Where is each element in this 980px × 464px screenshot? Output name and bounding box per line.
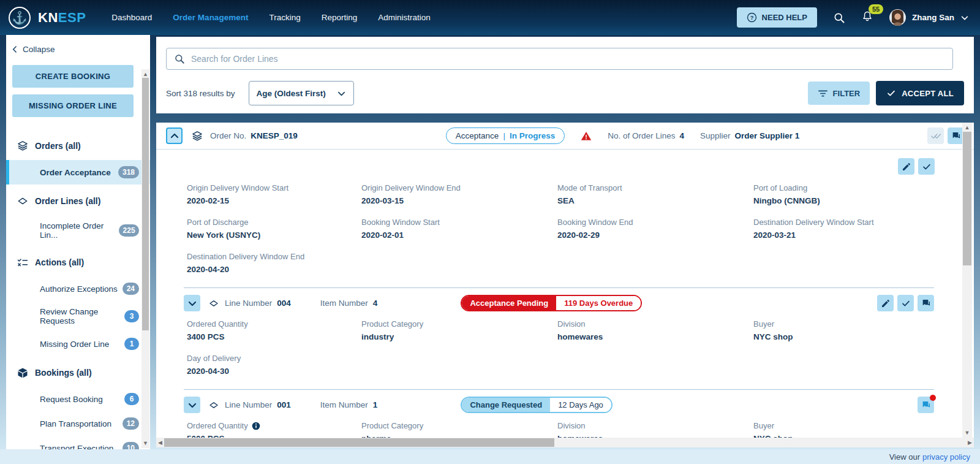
- sidebar-section-orders[interactable]: Orders (all): [6, 132, 150, 160]
- line-comments-unread-button[interactable]: [918, 397, 934, 413]
- status-state: In Progress: [510, 131, 555, 140]
- main-scrollbar-thumb[interactable]: [963, 132, 971, 265]
- create-booking-button[interactable]: CREATE BOOKING: [12, 65, 134, 88]
- line-status-label: Acceptance Pending: [462, 296, 556, 310]
- expand-line-button[interactable]: [184, 295, 200, 311]
- notifications-button[interactable]: 55: [861, 10, 873, 25]
- filter-label: FILTER: [833, 89, 861, 98]
- main-vertical-scrollbar[interactable]: ▲ ▼: [962, 123, 972, 438]
- chevron-down-icon: [187, 299, 197, 308]
- line-comments-button[interactable]: [918, 295, 934, 311]
- order-comments-button[interactable]: [948, 127, 964, 144]
- scroll-up-arrow[interactable]: ▲: [962, 124, 972, 131]
- sidebar-item-incomplete-order-lines[interactable]: Incomplete Order Lin... 225: [6, 215, 150, 246]
- line-status-detail: 119 Days Overdue: [556, 296, 641, 310]
- sidebar-section-bookings[interactable]: Bookings (all): [6, 359, 150, 387]
- accept-all-button[interactable]: ACCEPT ALL: [876, 81, 964, 105]
- line-status-label: Change Requested: [462, 398, 550, 412]
- scroll-down-arrow[interactable]: ▼: [962, 429, 972, 436]
- sidebar-item-request-booking[interactable]: Request Booking 6: [6, 387, 150, 411]
- order-lines-search[interactable]: [166, 48, 953, 70]
- main-horizontal-scrollbar[interactable]: ◀ ▶: [156, 438, 974, 447]
- order-detail-actions: [156, 150, 974, 175]
- search-input[interactable]: [191, 54, 945, 64]
- edit-order-button[interactable]: [898, 158, 914, 175]
- comment-icon: [921, 299, 931, 308]
- item-number-value: 4: [373, 299, 378, 308]
- count-badge: 12: [123, 417, 139, 430]
- supplier-label: Supplier: [700, 131, 731, 140]
- scroll-right-arrow[interactable]: ▶: [968, 438, 972, 447]
- order-card: Order No. KNESP_019 Acceptance | In Prog…: [156, 123, 974, 438]
- privacy-policy-link[interactable]: privacy policy: [922, 452, 970, 462]
- brand-kn: KN: [38, 10, 58, 25]
- scroll-down-arrow[interactable]: ▼: [141, 439, 149, 447]
- sidebar-item-order-acceptance[interactable]: Order Acceptance 318: [6, 160, 150, 184]
- field-destination-delivery-window-end: Destination Delivery Window End 2020-04-…: [187, 252, 361, 274]
- sidebar-section-actions[interactable]: Actions (all): [6, 248, 150, 276]
- privacy-prefix: View our: [889, 452, 920, 462]
- nav-reporting[interactable]: Reporting: [322, 13, 358, 22]
- double-check-icon: [931, 131, 941, 141]
- nav-administration[interactable]: Administration: [378, 13, 431, 22]
- sidebar-item-authorize-exceptions[interactable]: Authorize Exceptions 24: [6, 276, 150, 301]
- field-buyer: Buyer NYC shop: [753, 319, 934, 341]
- chevron-up-icon: [170, 131, 179, 141]
- horizontal-scrollbar-thumb[interactable]: [164, 438, 554, 447]
- accept-all-lines-button[interactable]: [927, 127, 944, 144]
- sidebar-section-order-lines[interactable]: Order Lines (all): [6, 187, 150, 215]
- check-icon: [886, 88, 896, 98]
- order-header-actions: [927, 127, 964, 144]
- count-badge: 225: [119, 224, 139, 237]
- brand-logo[interactable]: ⚓ KNESP: [9, 7, 86, 29]
- chevron-left-icon: [11, 45, 19, 53]
- field-origin-delivery-window-start: Origin Delivery Window Start 2020-02-15: [187, 183, 361, 205]
- field-product-category: Product Category industry: [361, 319, 557, 341]
- chevron-down-icon: [337, 89, 346, 98]
- edit-line-button[interactable]: [877, 295, 894, 311]
- avatar: [889, 9, 906, 26]
- expand-line-button[interactable]: [184, 397, 200, 413]
- collapse-order-button[interactable]: [166, 127, 183, 144]
- search-icon: [833, 12, 845, 24]
- field-ordered-quantity: Ordered Quantity 5000 PCS: [187, 421, 361, 438]
- warning-icon: [581, 131, 592, 142]
- user-menu[interactable]: Zhang San: [889, 9, 969, 26]
- sidebar-item-review-change-requests[interactable]: Review Change Requests 3: [6, 301, 150, 332]
- sort-label: Sort 318 results by: [166, 89, 235, 98]
- info-icon[interactable]: [252, 422, 260, 430]
- sidebar-item-plan-transportation[interactable]: Plan Transportation 12: [6, 411, 150, 436]
- accept-order-button[interactable]: [918, 158, 935, 175]
- comment-icon: [951, 131, 961, 141]
- count-badge: 6: [124, 393, 139, 405]
- need-help-button[interactable]: ? NEED HELP: [737, 7, 817, 28]
- scroll-up-arrow[interactable]: ▲: [141, 70, 149, 78]
- order-no-value[interactable]: KNESP_019: [251, 131, 298, 140]
- nav-dashboard[interactable]: Dashboard: [111, 13, 152, 22]
- accept-line-button[interactable]: [897, 295, 914, 311]
- field-booking-window-end: Booking Window End 2020-02-29: [557, 218, 753, 240]
- footer: View our privacy policy: [0, 449, 980, 464]
- check-icon: [922, 162, 932, 172]
- section-label: Order Lines (all): [35, 196, 100, 206]
- count-badge: 318: [118, 166, 139, 178]
- sort-dropdown[interactable]: Age (Oldest First): [249, 81, 354, 105]
- item-number-label: Item Number: [320, 400, 368, 409]
- global-search-button[interactable]: [833, 12, 845, 24]
- nav-order-management[interactable]: Order Management: [173, 13, 248, 22]
- filter-button[interactable]: FILTER: [808, 82, 870, 105]
- field-buyer: Buyer NYC shop: [753, 421, 934, 438]
- scroll-left-arrow[interactable]: ◀: [158, 438, 162, 447]
- sidebar-scrollbar[interactable]: ▲ ▼: [141, 69, 149, 448]
- missing-order-line-button[interactable]: MISSING ORDER LINE: [12, 94, 134, 117]
- sidebar-scrollbar-thumb[interactable]: [142, 78, 149, 330]
- item-number-label: Item Number: [320, 299, 368, 308]
- item-label: Request Booking: [40, 395, 103, 404]
- order-line-004: Line Number 004 Item Number 4 Acceptance…: [184, 287, 934, 376]
- sidebar-collapse-button[interactable]: Collapse: [6, 35, 150, 60]
- count-badge: 3: [124, 310, 139, 322]
- nav-tracking[interactable]: Tracking: [269, 13, 300, 22]
- sidebar-item-missing-order-line[interactable]: Missing Order Line 1: [6, 332, 150, 356]
- sort-value: Age (Oldest First): [257, 89, 326, 98]
- line-status-badge: Acceptance Pending 119 Days Overdue: [461, 295, 642, 311]
